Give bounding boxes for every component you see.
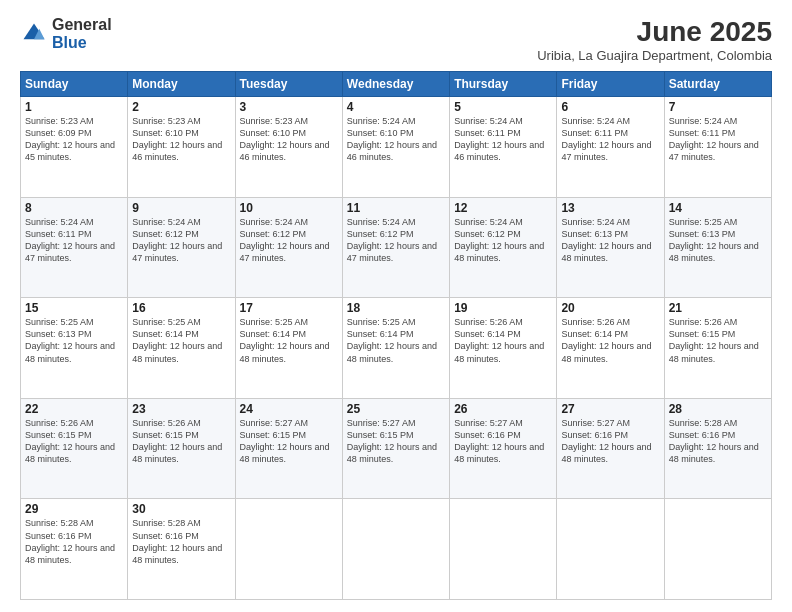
- table-row: 20 Sunrise: 5:26 AMSunset: 6:14 PMDaylig…: [557, 298, 664, 399]
- table-row: 6 Sunrise: 5:24 AMSunset: 6:11 PMDayligh…: [557, 97, 664, 198]
- table-row: 26 Sunrise: 5:27 AMSunset: 6:16 PMDaylig…: [450, 398, 557, 499]
- table-row: 25 Sunrise: 5:27 AMSunset: 6:15 PMDaylig…: [342, 398, 449, 499]
- table-row: 29 Sunrise: 5:28 AMSunset: 6:16 PMDaylig…: [21, 499, 128, 600]
- day-number: 25: [347, 402, 445, 416]
- table-row: 2 Sunrise: 5:23 AMSunset: 6:10 PMDayligh…: [128, 97, 235, 198]
- col-saturday: Saturday: [664, 72, 771, 97]
- day-info: Sunrise: 5:27 AMSunset: 6:15 PMDaylight:…: [347, 418, 437, 464]
- day-number: 3: [240, 100, 338, 114]
- day-info: Sunrise: 5:23 AMSunset: 6:09 PMDaylight:…: [25, 116, 115, 162]
- day-number: 19: [454, 301, 552, 315]
- table-row: 22 Sunrise: 5:26 AMSunset: 6:15 PMDaylig…: [21, 398, 128, 499]
- day-number: 12: [454, 201, 552, 215]
- day-number: 11: [347, 201, 445, 215]
- day-number: 20: [561, 301, 659, 315]
- day-info: Sunrise: 5:28 AMSunset: 6:16 PMDaylight:…: [669, 418, 759, 464]
- table-row: 28 Sunrise: 5:28 AMSunset: 6:16 PMDaylig…: [664, 398, 771, 499]
- day-number: 9: [132, 201, 230, 215]
- logo-blue: Blue: [52, 34, 112, 52]
- day-info: Sunrise: 5:27 AMSunset: 6:16 PMDaylight:…: [454, 418, 544, 464]
- day-info: Sunrise: 5:27 AMSunset: 6:16 PMDaylight:…: [561, 418, 651, 464]
- day-number: 2: [132, 100, 230, 114]
- day-number: 14: [669, 201, 767, 215]
- day-info: Sunrise: 5:28 AMSunset: 6:16 PMDaylight:…: [132, 518, 222, 564]
- day-number: 21: [669, 301, 767, 315]
- header-row: Sunday Monday Tuesday Wednesday Thursday…: [21, 72, 772, 97]
- day-number: 16: [132, 301, 230, 315]
- day-info: Sunrise: 5:25 AMSunset: 6:14 PMDaylight:…: [240, 317, 330, 363]
- table-row: 18 Sunrise: 5:25 AMSunset: 6:14 PMDaylig…: [342, 298, 449, 399]
- day-info: Sunrise: 5:25 AMSunset: 6:13 PMDaylight:…: [669, 217, 759, 263]
- day-info: Sunrise: 5:25 AMSunset: 6:14 PMDaylight:…: [132, 317, 222, 363]
- calendar-week-row: 8 Sunrise: 5:24 AMSunset: 6:11 PMDayligh…: [21, 197, 772, 298]
- day-info: Sunrise: 5:26 AMSunset: 6:14 PMDaylight:…: [454, 317, 544, 363]
- table-row: 16 Sunrise: 5:25 AMSunset: 6:14 PMDaylig…: [128, 298, 235, 399]
- calendar-table: Sunday Monday Tuesday Wednesday Thursday…: [20, 71, 772, 600]
- calendar-week-row: 1 Sunrise: 5:23 AMSunset: 6:09 PMDayligh…: [21, 97, 772, 198]
- day-info: Sunrise: 5:26 AMSunset: 6:15 PMDaylight:…: [669, 317, 759, 363]
- calendar-week-row: 22 Sunrise: 5:26 AMSunset: 6:15 PMDaylig…: [21, 398, 772, 499]
- day-number: 22: [25, 402, 123, 416]
- logo-text: General Blue: [52, 16, 112, 51]
- table-row: 15 Sunrise: 5:25 AMSunset: 6:13 PMDaylig…: [21, 298, 128, 399]
- day-info: Sunrise: 5:28 AMSunset: 6:16 PMDaylight:…: [25, 518, 115, 564]
- day-number: 27: [561, 402, 659, 416]
- table-row: [235, 499, 342, 600]
- day-number: 4: [347, 100, 445, 114]
- day-info: Sunrise: 5:26 AMSunset: 6:15 PMDaylight:…: [132, 418, 222, 464]
- table-row: 5 Sunrise: 5:24 AMSunset: 6:11 PMDayligh…: [450, 97, 557, 198]
- day-number: 24: [240, 402, 338, 416]
- col-sunday: Sunday: [21, 72, 128, 97]
- table-row: 19 Sunrise: 5:26 AMSunset: 6:14 PMDaylig…: [450, 298, 557, 399]
- day-info: Sunrise: 5:27 AMSunset: 6:15 PMDaylight:…: [240, 418, 330, 464]
- day-number: 1: [25, 100, 123, 114]
- day-number: 15: [25, 301, 123, 315]
- header: General Blue June 2025 Uribia, La Guajir…: [20, 16, 772, 63]
- month-title: June 2025: [537, 16, 772, 48]
- day-number: 29: [25, 502, 123, 516]
- table-row: 3 Sunrise: 5:23 AMSunset: 6:10 PMDayligh…: [235, 97, 342, 198]
- day-number: 8: [25, 201, 123, 215]
- table-row: 23 Sunrise: 5:26 AMSunset: 6:15 PMDaylig…: [128, 398, 235, 499]
- table-row: 27 Sunrise: 5:27 AMSunset: 6:16 PMDaylig…: [557, 398, 664, 499]
- day-info: Sunrise: 5:24 AMSunset: 6:11 PMDaylight:…: [561, 116, 651, 162]
- table-row: [450, 499, 557, 600]
- day-info: Sunrise: 5:24 AMSunset: 6:12 PMDaylight:…: [347, 217, 437, 263]
- day-info: Sunrise: 5:23 AMSunset: 6:10 PMDaylight:…: [132, 116, 222, 162]
- logo-general: General: [52, 16, 112, 34]
- table-row: [342, 499, 449, 600]
- day-info: Sunrise: 5:24 AMSunset: 6:12 PMDaylight:…: [132, 217, 222, 263]
- table-row: 11 Sunrise: 5:24 AMSunset: 6:12 PMDaylig…: [342, 197, 449, 298]
- table-row: 1 Sunrise: 5:23 AMSunset: 6:09 PMDayligh…: [21, 97, 128, 198]
- location-subtitle: Uribia, La Guajira Department, Colombia: [537, 48, 772, 63]
- day-info: Sunrise: 5:23 AMSunset: 6:10 PMDaylight:…: [240, 116, 330, 162]
- day-info: Sunrise: 5:26 AMSunset: 6:15 PMDaylight:…: [25, 418, 115, 464]
- table-row: 21 Sunrise: 5:26 AMSunset: 6:15 PMDaylig…: [664, 298, 771, 399]
- table-row: 12 Sunrise: 5:24 AMSunset: 6:12 PMDaylig…: [450, 197, 557, 298]
- table-row: 8 Sunrise: 5:24 AMSunset: 6:11 PMDayligh…: [21, 197, 128, 298]
- day-number: 18: [347, 301, 445, 315]
- table-row: 7 Sunrise: 5:24 AMSunset: 6:11 PMDayligh…: [664, 97, 771, 198]
- day-number: 26: [454, 402, 552, 416]
- calendar-week-row: 15 Sunrise: 5:25 AMSunset: 6:13 PMDaylig…: [21, 298, 772, 399]
- day-number: 28: [669, 402, 767, 416]
- table-row: [664, 499, 771, 600]
- table-row: 14 Sunrise: 5:25 AMSunset: 6:13 PMDaylig…: [664, 197, 771, 298]
- calendar-body: 1 Sunrise: 5:23 AMSunset: 6:09 PMDayligh…: [21, 97, 772, 600]
- day-info: Sunrise: 5:24 AMSunset: 6:12 PMDaylight:…: [240, 217, 330, 263]
- day-number: 7: [669, 100, 767, 114]
- day-info: Sunrise: 5:24 AMSunset: 6:11 PMDaylight:…: [25, 217, 115, 263]
- table-row: 24 Sunrise: 5:27 AMSunset: 6:15 PMDaylig…: [235, 398, 342, 499]
- day-number: 10: [240, 201, 338, 215]
- col-friday: Friday: [557, 72, 664, 97]
- table-row: 9 Sunrise: 5:24 AMSunset: 6:12 PMDayligh…: [128, 197, 235, 298]
- col-thursday: Thursday: [450, 72, 557, 97]
- calendar-week-row: 29 Sunrise: 5:28 AMSunset: 6:16 PMDaylig…: [21, 499, 772, 600]
- day-number: 30: [132, 502, 230, 516]
- col-tuesday: Tuesday: [235, 72, 342, 97]
- day-number: 6: [561, 100, 659, 114]
- day-info: Sunrise: 5:24 AMSunset: 6:12 PMDaylight:…: [454, 217, 544, 263]
- day-info: Sunrise: 5:24 AMSunset: 6:13 PMDaylight:…: [561, 217, 651, 263]
- day-number: 13: [561, 201, 659, 215]
- day-info: Sunrise: 5:25 AMSunset: 6:13 PMDaylight:…: [25, 317, 115, 363]
